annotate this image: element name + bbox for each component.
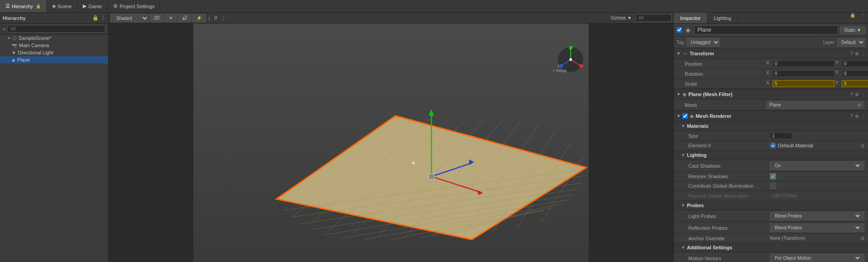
materials-expand-icon: ▼ [681,124,685,128]
materials-section-header[interactable]: ▼ Materials [674,121,868,131]
hierarchy-header: Hierarchy 🔒 ⋮ [0,13,108,24]
hierarchy-more-icon[interactable]: ⋮ [100,36,105,40]
receive-shadows-checkbox[interactable]: ✓ [770,173,776,180]
lighting-toggle[interactable]: ☀ [165,14,177,22]
light-probes-select[interactable]: Blend ProbesOffUse Proxy Volume [773,213,861,219]
tab-inspector[interactable]: Inspector [674,13,707,23]
additional-settings-section-header[interactable]: ▼ Additional Settings [674,243,868,252]
hierarchy-item[interactable]: 📷 Main Camera [0,42,108,49]
meshrenderer-settings-icon[interactable]: ⚙ [855,114,859,119]
tab-hierarchy[interactable]: ☰ Hierarchy 🔒 [0,0,47,12]
tab-lighting[interactable]: Lighting [707,13,738,23]
position-x[interactable] [773,60,835,67]
transform-expand-icon: ▼ [677,51,681,56]
hierarchy-title: Hierarchy [3,15,26,21]
hierarchy-item[interactable]: ☀ Directional Light [0,49,108,56]
mesh-renderer-enable-checkbox[interactable] [682,113,688,119]
light-probes-dropdown[interactable]: Blend ProbesOffUse Proxy Volume [770,212,864,220]
tag-layer-row: Tag Untagged Layer Default [674,37,868,49]
transform-icon: ↔ [682,50,688,57]
mesh-select-icon[interactable]: ⊙ [858,102,861,107]
fx-toggle[interactable]: ⚡ [192,14,206,22]
reflection-probes-select[interactable]: Blend ProbesOffSimple [773,225,861,231]
gizmos-btn[interactable]: Gizmos ▼ [608,15,634,20]
hierarchy-search[interactable] [7,25,105,33]
hierarchy-lock-btn[interactable]: 🔒 [92,15,99,21]
rotation-y[interactable] [842,70,868,77]
mesh-filter-header[interactable]: ▼ ◈ Plane (Mesh Filter) ? ⚙ ⋮ [674,89,868,100]
hierarchy-more-btn[interactable]: ⋮ [100,15,105,21]
tag-select[interactable]: Untagged [687,38,720,47]
reflection-probes-dropdown[interactable]: Blend ProbesOffSimple [770,223,864,232]
meshrenderer-menu-icon[interactable]: ⋮ [861,114,865,119]
panel-more-btn[interactable]: ⋮ [858,13,868,23]
component-menu-icon[interactable]: ⋮ [861,51,865,56]
inspector-tabs: Inspector Lighting 🔒 ⋮ [674,13,868,24]
lighting-section-header[interactable]: ▼ Lighting [674,150,868,160]
material-select-icon[interactable]: ⊙ [861,143,864,148]
object-active-checkbox[interactable] [677,27,682,33]
hierarchy-icon: ☰ [5,3,10,9]
meshfilter-help-icon[interactable]: ? [850,92,853,97]
scale-field: X Y Z [766,80,868,87]
svg-point-40 [559,64,563,68]
meshfilter-settings-icon[interactable]: ⚙ [855,92,859,97]
motion-vectors-dropdown[interactable]: Per Object MotionCamera Motion OnlyForce… [770,254,864,262]
audio-toggle[interactable]: 🔊 [178,14,191,22]
motion-vectors-select[interactable]: Per Object MotionCamera Motion OnlyForce… [773,255,861,261]
transform-header[interactable]: ▼ ↔ Transform ? ⚙ ⋮ [674,49,868,59]
static-button[interactable]: Static ▼ [840,26,865,34]
component-help-icon[interactable]: ? [850,51,853,56]
mesh-property-row: Mesh Plane ⊙ [674,100,868,111]
light-icon: ☀ [12,50,16,55]
tab-game[interactable]: ▶ Game [77,0,108,12]
cast-shadows-dropdown[interactable]: OnOffTwo Sided [770,161,864,170]
probes-section-header[interactable]: ▼ Probes [674,201,868,210]
position-y[interactable] [842,60,868,67]
hierarchy-item[interactable]: ◈ Plane [0,56,108,63]
tab-project-settings[interactable]: ⚙ Project Settings [108,0,160,12]
contribute-gi-checkbox[interactable] [770,183,776,189]
materials-size-input[interactable] [770,132,792,139]
mesh-renderer-expand-icon: ▼ [677,114,681,118]
mesh-icon: ◈ [12,58,15,63]
checkmark-icon: ✓ [771,174,775,179]
mesh-renderer-header[interactable]: ▼ ◈ Mesh Renderer ? ⚙ ⋮ [674,111,868,121]
add-button[interactable]: + [3,26,5,32]
motion-vectors-row: Motion Vectors Per Object MotionCamera M… [674,252,868,262]
meshfilter-menu-icon[interactable]: ⋮ [861,92,865,97]
receive-gi-row: Receive Global Illumination Light Probes [674,191,868,201]
component-settings-icon[interactable]: ⚙ [855,51,859,56]
meshrenderer-help-icon[interactable]: ? [850,114,853,119]
shading-dropdown[interactable]: Shaded Wireframe [110,14,149,22]
mesh-filter-expand-icon: ▼ [677,92,681,97]
object-name-input[interactable] [694,25,838,34]
contribute-gi-row: Contribute Global Illumination [674,181,868,191]
scene-search[interactable] [635,14,672,22]
element0-value: ● Default-Material ⊙ [770,142,864,149]
tab-scene[interactable]: ◈ Scene [47,0,77,12]
svg-text:X: X [582,64,585,68]
position-row: Position X Y Z [674,59,868,69]
mesh-filter-icon: ◈ [682,91,687,97]
panel-lock-btn[interactable]: 🔒 [847,13,858,23]
scale-y[interactable] [842,80,868,87]
anchor-select-icon[interactable]: ⊙ [861,236,864,241]
cast-shadows-select[interactable]: OnOffTwo Sided [773,163,861,169]
rotation-x[interactable] [773,70,835,77]
svg-point-42 [569,58,572,61]
hierarchy-item[interactable]: ▼ ⬡ SampleScene* ⋮ [0,34,108,42]
svg-text:< Persp: < Persp [553,68,567,73]
lock-icon: 🔒 [36,4,41,9]
hierarchy-header-actions: 🔒 ⋮ [92,15,105,21]
anchor-none-label: None (Transform) [770,236,806,241]
scale-x[interactable] [773,80,835,87]
scene-view-icon: ◈ [52,3,56,9]
scene-canvas[interactable]: Y X Z < Persp [109,24,673,262]
layer-select[interactable]: Default [837,38,865,47]
receive-shadows-row: Receive Shadows ✓ [674,172,868,181]
scene-grid-btn[interactable]: ⋮ [219,15,228,20]
tree-arrow-icon: ▼ [7,36,11,40]
rotation-field: X Y Z [766,70,868,77]
2d-toggle[interactable]: 2D [150,14,164,22]
